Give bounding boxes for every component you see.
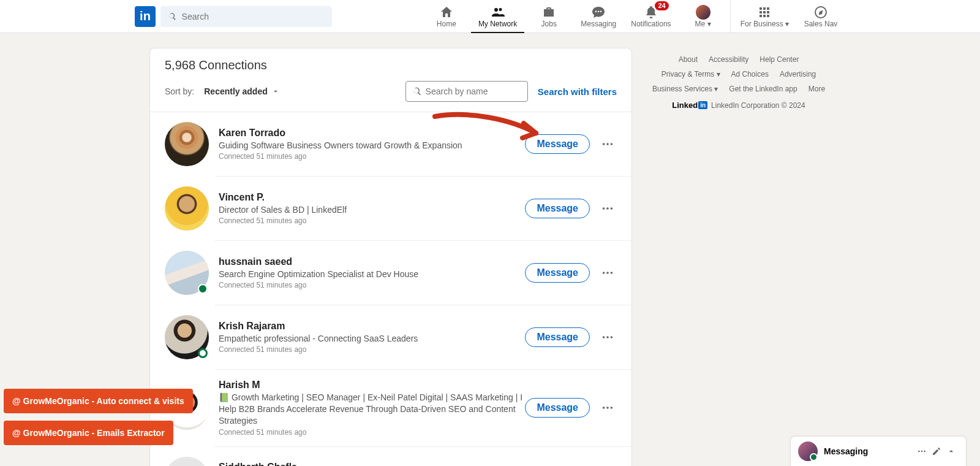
connection-row: Karen TorradoGuiding Software Business O…: [150, 112, 631, 176]
primary-nav: Home My Network Jobs Messaging 24 Notifi…: [422, 0, 845, 33]
ext-pill-emails[interactable]: @ GrowMeOrganic - Emails Extractor: [4, 421, 173, 445]
more-icon: [601, 401, 614, 414]
footer-link[interactable]: Get the LinkedIn app: [729, 85, 797, 93]
avatar[interactable]: [165, 122, 209, 166]
connection-name[interactable]: Siddharth Chafle: [219, 462, 525, 466]
nav-me[interactable]: Me ▾: [679, 0, 728, 33]
avatar[interactable]: [165, 457, 209, 466]
home-icon: [439, 5, 454, 20]
row-more-button[interactable]: [598, 135, 617, 153]
connection-time: Connected 51 minutes ago: [219, 152, 525, 161]
svg-point-2: [611, 143, 613, 145]
people-icon: [491, 5, 505, 20]
msgbar-chevron[interactable]: [944, 444, 959, 459]
nav-jobs[interactable]: Jobs: [524, 0, 573, 33]
sort-label: Sort by:: [165, 86, 194, 96]
svg-point-13: [606, 407, 609, 409]
footer-side: AboutAccessibilityHelp CenterPrivacy & T…: [647, 48, 831, 110]
notification-badge: 24: [655, 1, 668, 10]
svg-point-1: [606, 143, 609, 145]
connection-name[interactable]: Karen Torrado: [219, 128, 525, 139]
linkedin-wordmark: Linkedin: [672, 101, 707, 110]
message-button[interactable]: Message: [525, 263, 590, 283]
avatar[interactable]: [165, 186, 209, 231]
name-search-input[interactable]: [426, 86, 521, 96]
connection-row: Vincent P.Director of Sales & BD | Linke…: [150, 177, 631, 240]
nav-avatar: [696, 5, 710, 20]
more-icon: [601, 202, 614, 215]
messaging-bar[interactable]: Messaging: [790, 436, 967, 466]
connection-name[interactable]: Krish Rajaram: [219, 321, 525, 332]
svg-point-0: [603, 143, 605, 145]
connections-controls: Sort by: Recently added Search with filt…: [150, 72, 631, 112]
more-icon: [601, 266, 614, 280]
msgbar-compose[interactable]: [929, 444, 944, 459]
msgbar-more[interactable]: [914, 444, 929, 459]
footer-link[interactable]: Business Services ▾: [652, 85, 718, 93]
svg-point-8: [611, 272, 613, 274]
search-filters-link[interactable]: Search with filters: [538, 86, 617, 97]
svg-point-6: [603, 272, 605, 274]
copyright-text: LinkedIn Corporation © 2024: [711, 101, 805, 110]
connection-row: Krish RajaramEmpathetic professional - C…: [150, 305, 631, 369]
search-icon: [412, 86, 422, 97]
global-header: in Home My Network Jobs Messaging: [0, 0, 980, 33]
nav-separator: [730, 0, 731, 33]
footer-links: AboutAccessibilityHelp CenterPrivacy & T…: [647, 55, 831, 93]
connection-time: Connected 51 minutes ago: [219, 216, 525, 225]
global-search[interactable]: [160, 6, 332, 27]
grid-icon: [757, 5, 772, 20]
message-button[interactable]: Message: [525, 134, 590, 154]
nav-messaging[interactable]: Messaging: [573, 0, 624, 33]
connection-row: Siddharth ChafleSales and CS TeamsConnec…: [150, 447, 631, 466]
avatar[interactable]: [165, 315, 209, 359]
footer-link[interactable]: Accessibility: [709, 55, 748, 64]
row-more-button[interactable]: [598, 328, 617, 346]
nav-network[interactable]: My Network: [471, 0, 524, 33]
footer-link[interactable]: Advertising: [780, 70, 816, 78]
footer-link[interactable]: Help Center: [760, 55, 799, 64]
footer-link[interactable]: Privacy & Terms ▾: [662, 70, 720, 78]
briefcase-icon: [541, 5, 556, 20]
svg-point-20: [924, 451, 925, 453]
row-more-button[interactable]: [598, 199, 617, 218]
footer-link[interactable]: Ad Choices: [731, 70, 769, 78]
message-button[interactable]: Message: [525, 327, 590, 347]
row-more-button[interactable]: [598, 264, 617, 282]
connections-card: 5,968 Connections Sort by: Recently adde…: [149, 48, 632, 466]
svg-point-7: [606, 272, 609, 274]
connection-time: Connected 51 minutes ago: [219, 281, 525, 289]
copyright: Linkedin LinkedIn Corporation © 2024: [647, 101, 831, 110]
connection-name[interactable]: Harish M: [219, 380, 525, 391]
name-search[interactable]: [405, 81, 528, 102]
connection-name[interactable]: hussnain saeed: [219, 256, 525, 267]
nav-business[interactable]: For Business ▾: [733, 0, 796, 33]
svg-point-3: [603, 207, 605, 210]
message-button[interactable]: Message: [525, 398, 590, 418]
svg-point-12: [603, 407, 605, 409]
ext-pill-autoconnect[interactable]: @ GrowMeOrganic - Auto connect & visits: [4, 389, 193, 413]
connection-row: hussnain saeedSearch Engine Optimization…: [150, 241, 631, 305]
nav-messaging-label: Messaging: [581, 20, 616, 28]
nav-salesnav[interactable]: Sales Nav: [796, 0, 845, 33]
msgbar-title: Messaging: [824, 446, 914, 456]
chevron-down-icon: [271, 87, 280, 96]
nav-home[interactable]: Home: [422, 0, 471, 33]
nav-notifications[interactable]: 24 Notifications: [624, 0, 678, 33]
message-button[interactable]: Message: [525, 199, 590, 218]
connection-name[interactable]: Vincent P.: [219, 192, 525, 203]
avatar[interactable]: [165, 251, 209, 295]
more-icon: [601, 330, 614, 344]
more-icon: [917, 446, 927, 456]
footer-link[interactable]: About: [679, 55, 698, 64]
sort-dropdown[interactable]: Recently added: [204, 86, 279, 96]
linkedin-logo[interactable]: in: [135, 6, 156, 27]
footer-link[interactable]: More: [809, 85, 825, 93]
row-more-button[interactable]: [598, 399, 617, 417]
connection-headline: Search Engine Optimization Specialist at…: [219, 269, 525, 280]
connection-row: Harish M📗 Growth Marketing | SEO Manager…: [150, 370, 631, 446]
nav-network-label: My Network: [478, 20, 517, 28]
msgbar-avatar: [798, 441, 818, 461]
presence-indicator: [198, 284, 208, 294]
search-input[interactable]: [182, 12, 325, 21]
